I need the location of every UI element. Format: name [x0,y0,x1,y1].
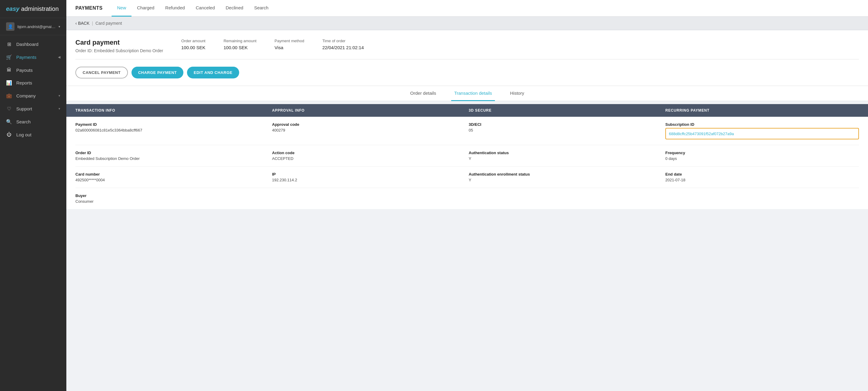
sidebar-item-label: Payments [16,55,54,60]
support-icon: ♡ [6,106,12,112]
col-header-transaction-info: TRANSACTION INFO [75,108,269,113]
cell-label: Card number [75,172,269,177]
cell-label: Buyer [75,193,269,198]
top-tabs-bar: PAYMENTS New Charged Refunded Canceled D… [66,0,868,17]
tab-charged[interactable]: Charged [131,0,160,17]
cell-value: Embedded Subscription Demo Order [75,156,269,161]
tab-canceled[interactable]: Canceled [190,0,220,17]
cell-action-code: Action code ACCEPTED [272,151,466,161]
back-button[interactable]: ‹ BACK [75,21,90,26]
cell-label: End date [665,172,859,177]
table-header: TRANSACTION INFO APPROVAL INFO 3D SECURE… [66,104,868,117]
transaction-section: TRANSACTION INFO APPROVAL INFO 3D SECURE… [66,104,868,209]
payments-chevron-icon: ◀ [58,55,60,59]
sidebar-item-company[interactable]: 💼 Company ▾ [0,89,66,102]
back-chevron-icon: ‹ [75,21,77,26]
payment-subtitle: Order ID: Embedded Subscription Demo Ord… [75,48,163,53]
charge-payment-button[interactable]: CHARGE PAYMENT [131,67,183,79]
table-row: Buyer Consumer [75,188,859,209]
breadcrumb-current: Card payment [95,21,122,26]
table-body: Payment ID 02a600006081c81e5c3364bba8cff… [66,117,868,209]
sidebar-item-label: Dashboard [16,42,60,47]
cell-value: 192.230.114.2 [272,178,466,182]
cell-label: Authentication status [469,151,662,155]
cell-label: Authentication enrollment status [469,172,662,177]
tab-transaction-details[interactable]: Transaction details [451,86,495,101]
user-email: bjorn.andrist@gmail.c... [18,24,56,29]
cancel-payment-button[interactable]: CANCEL PAYMENT [75,67,128,79]
content-area: ‹ BACK | Card payment Card payment Order… [66,17,868,391]
cell-value: 02a600006081c81e5c3364bba8cff667 [75,128,269,132]
inner-tabs-bar: Order details Transaction details Histor… [66,86,868,101]
breadcrumb-separator: | [92,21,93,26]
cell-ip: IP 192.230.114.2 [272,172,466,182]
remaining-amount: Remaining amount 100.00 SEK [223,39,256,50]
cell-value: Consumer [75,199,269,204]
sidebar-item-reports[interactable]: 📊 Reports [0,76,66,89]
edit-and-charge-button[interactable]: EDIT AND CHARGE [187,67,239,79]
sidebar-item-logout[interactable]: ⏻ Log out [0,128,66,141]
cell-value: Y [469,178,662,182]
cell-value: 05 [469,128,662,132]
sidebar-item-label: Payouts [16,67,60,73]
sidebar-item-support[interactable]: ♡ Support ▾ [0,102,66,115]
tab-declined[interactable]: Declined [220,0,249,17]
cell-approval-code: Approval code 400279 [272,122,466,132]
cell-value: 2021-07-18 [665,178,859,182]
company-chevron-icon: ▾ [59,94,60,98]
sidebar-item-search[interactable]: 🔍 Search [0,115,66,128]
cell-value: ACCEPTED [272,156,466,161]
payment-method-label: Payment method [275,39,304,43]
page-title: PAYMENTS [75,5,102,11]
logo-easy: easy [6,5,20,12]
cell-auth-status: Authentication status Y [469,151,662,161]
support-chevron-icon: ▾ [59,107,60,111]
remaining-amount-value: 100.00 SEK [223,45,256,50]
cell-card-number: Card number 492500*****0004 [75,172,269,182]
tab-search[interactable]: Search [249,0,274,17]
order-amount: Order amount 100.00 SEK [181,39,206,50]
sidebar-item-label: Support [16,106,54,111]
sidebar: easy administration 👤 bjorn.andrist@gmai… [0,0,66,391]
cell-label: Payment ID [75,122,269,127]
tab-order-details[interactable]: Order details [407,86,439,101]
sidebar-item-dashboard[interactable]: ⊞ Dashboard [0,38,66,51]
table-row: Card number 492500*****0004 IP 192.230.1… [75,167,859,188]
payments-icon: 🛒 [6,54,12,60]
cell-value: 400279 [272,128,466,132]
tab-history[interactable]: History [507,86,527,101]
cell-label: Frequency [665,151,859,155]
dashboard-icon: ⊞ [6,41,12,47]
subscription-id-value[interactable]: 688d8cffc25b473091f52af072b27a9a [669,131,734,136]
sidebar-item-label: Search [16,119,60,124]
table-row: Payment ID 02a600006081c81e5c3364bba8cff… [75,117,859,145]
sidebar-item-label: Log out [16,132,60,137]
payment-method: Payment method Visa [275,39,304,50]
cell-order-id: Order ID Embedded Subscription Demo Orde… [75,151,269,161]
cell-subscription-id: Subscription ID 688d8cffc25b473091f52af0… [665,122,859,140]
divider [75,59,859,59]
cell-frequency: Frequency 0 days [665,151,859,161]
sidebar-nav: ⊞ Dashboard 🛒 Payments ◀ 🏛 Payouts 📊 Rep… [0,35,66,391]
payment-method-value: Visa [275,45,304,50]
cell-value: 492500*****0004 [75,178,269,182]
col-header-3d-secure: 3D SECURE [469,108,662,113]
user-menu[interactable]: 👤 bjorn.andrist@gmail.c... ▾ [0,18,66,35]
logo-rest: administration [20,5,59,12]
tab-refunded[interactable]: Refunded [160,0,190,17]
cell-auth-enrollment: Authentication enrollment status Y [469,172,662,182]
payouts-icon: 🏛 [6,67,12,73]
tab-new[interactable]: New [112,0,131,17]
payment-title-section: Card payment Order ID: Embedded Subscrip… [75,39,163,53]
payment-header-top: Card payment Order ID: Embedded Subscrip… [75,39,859,53]
cell-payment-id: Payment ID 02a600006081c81e5c3364bba8cff… [75,122,269,132]
cell-3d-eci: 3D/ECI 05 [469,122,662,132]
time-of-order-label: Time of order [322,39,364,43]
user-chevron-icon: ▾ [59,25,60,29]
logout-icon: ⏻ [6,132,12,137]
sidebar-item-payouts[interactable]: 🏛 Payouts [0,64,66,76]
cell-label: Approval code [272,122,466,127]
sidebar-item-payments[interactable]: 🛒 Payments ◀ [0,51,66,64]
user-icon: 👤 [6,22,14,31]
col-header-approval-info: APPROVAL INFO [272,108,466,113]
